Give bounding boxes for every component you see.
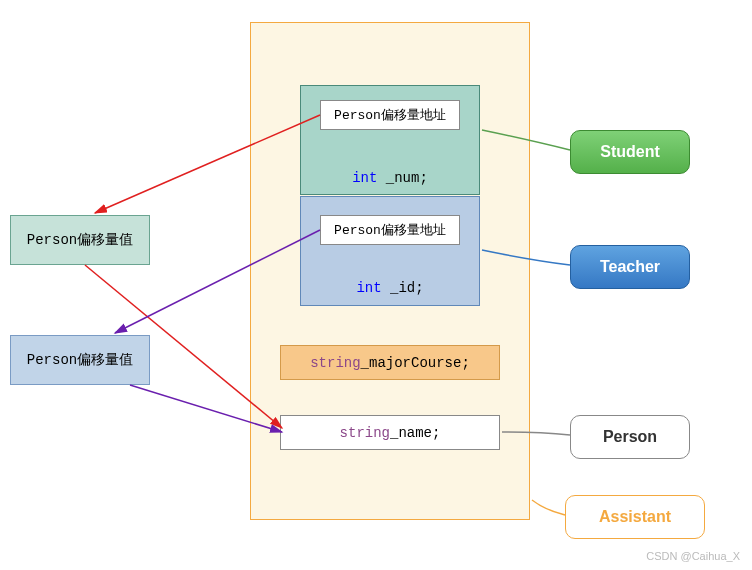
watermark: CSDN @Caihua_X	[646, 550, 740, 562]
teacher-person-offset-address: Person偏移量地址	[320, 215, 460, 245]
student-person-offset-address: Person偏移量地址	[320, 100, 460, 130]
varname-num: _num;	[377, 170, 427, 186]
varname-name: _name;	[390, 425, 440, 441]
keyword-string: string	[310, 355, 360, 371]
assistant-field-majorcourse: string _majorCourse;	[280, 345, 500, 380]
person-field-name: string _name;	[280, 415, 500, 450]
callout-assistant: Assistant	[565, 495, 705, 539]
keyword-string: string	[340, 425, 390, 441]
teacher-field-id: int _id;	[300, 280, 480, 296]
callout-teacher: Teacher	[570, 245, 690, 289]
varname-id: _id;	[382, 280, 424, 296]
keyword-int: int	[352, 170, 377, 186]
callout-student: Student	[570, 130, 690, 174]
keyword-int: int	[356, 280, 381, 296]
varname-majorcourse: _majorCourse;	[361, 355, 470, 371]
person-offset-value-2: Person偏移量值	[10, 335, 150, 385]
callout-person: Person	[570, 415, 690, 459]
person-offset-value-1: Person偏移量值	[10, 215, 150, 265]
student-field-num: int _num;	[300, 170, 480, 186]
